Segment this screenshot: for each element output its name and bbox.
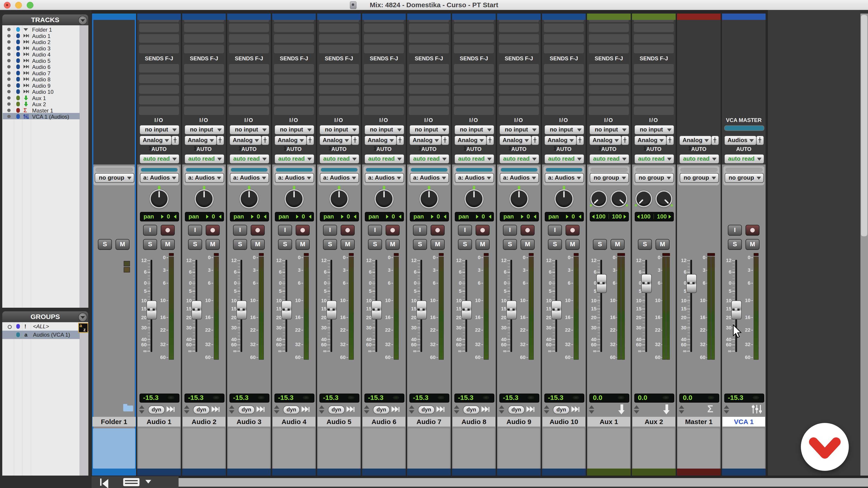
fader-handle[interactable] <box>147 300 157 320</box>
input-selector[interactable]: no input <box>364 125 404 135</box>
send-slot[interactable] <box>544 45 584 53</box>
dyn-button[interactable]: dyn <box>373 405 390 414</box>
automation-mode-selector[interactable]: auto read <box>679 154 719 164</box>
send-slot[interactable] <box>364 85 404 94</box>
track-show-dot[interactable] <box>7 65 11 68</box>
solo-button[interactable]: S <box>458 239 472 250</box>
output-selector[interactable]: Analog 1-2 <box>274 135 307 145</box>
fader-handle[interactable] <box>281 300 292 320</box>
input-selector[interactable]: no input <box>499 125 539 135</box>
automation-mode-selector[interactable]: auto read <box>319 154 360 164</box>
group-selector[interactable]: no group <box>680 173 719 183</box>
track-name-plate[interactable]: Audio 2 <box>183 417 225 427</box>
mute-button[interactable]: M <box>745 239 760 250</box>
track-name-plate[interactable]: Aux 1 <box>587 417 630 427</box>
volume-readout[interactable]: 0.0 <box>679 394 719 402</box>
group-selector[interactable]: no group <box>95 173 134 183</box>
mute-button[interactable]: M <box>611 239 625 250</box>
pan-display[interactable]: 100100 <box>635 212 674 221</box>
group-selector[interactable]: a: Audios <box>275 173 314 183</box>
send-slot[interactable] <box>544 24 584 32</box>
solo-button[interactable]: S <box>323 239 337 250</box>
solo-button[interactable]: S <box>143 239 157 250</box>
send-slot[interactable] <box>319 74 359 83</box>
comments-area[interactable] <box>408 428 450 468</box>
track-name-plate[interactable]: Audio 6 <box>363 417 405 427</box>
clip-led[interactable] <box>304 253 309 256</box>
send-slot[interactable] <box>499 64 539 72</box>
send-slot[interactable] <box>139 20 179 22</box>
track-show-dot[interactable] <box>7 115 11 118</box>
record-enable-button[interactable] <box>251 225 265 236</box>
pan-display[interactable]: pan0 <box>545 212 584 221</box>
track-name-plate[interactable]: Master 1 <box>677 417 720 427</box>
send-slot[interactable] <box>409 96 449 104</box>
mute-button[interactable]: M <box>251 239 265 250</box>
input-monitor-button[interactable]: I <box>143 225 157 236</box>
comments-area[interactable] <box>273 428 315 468</box>
tracks-collapse-button[interactable] <box>78 16 87 25</box>
output-selector[interactable]: Analog 1-2 <box>319 135 352 145</box>
send-slot[interactable] <box>364 45 404 53</box>
groups-list-item[interactable]: aAudios (VCA 1) <box>2 331 80 339</box>
track-height-arrows[interactable] <box>364 405 370 414</box>
output-selector[interactable]: Analog 1-2 <box>409 135 442 145</box>
dyn-button[interactable]: dyn <box>283 405 300 414</box>
mute-button[interactable]: M <box>475 239 490 250</box>
automation-mode-selector[interactable]: auto read <box>229 154 270 164</box>
tracks-list-item[interactable]: Audio 6 <box>2 64 80 70</box>
output-window-button[interactable] <box>441 135 449 145</box>
send-slot[interactable] <box>454 34 494 43</box>
send-slot[interactable] <box>409 45 449 53</box>
send-slot[interactable] <box>229 74 269 83</box>
fader-track[interactable] <box>600 260 602 352</box>
input-monitor-button[interactable]: I <box>413 225 427 236</box>
send-slot[interactable] <box>454 24 494 32</box>
input-selector[interactable]: no input <box>544 125 584 135</box>
input-monitor-button[interactable]: I <box>323 225 337 236</box>
solo-button[interactable]: S <box>233 239 247 250</box>
vertical-scrollbar-thumb[interactable] <box>861 15 867 236</box>
track-height-arrows[interactable] <box>499 405 505 414</box>
vca-assignment-bar[interactable] <box>724 125 764 131</box>
send-slot[interactable] <box>454 20 494 22</box>
track-show-dot[interactable] <box>7 90 11 93</box>
send-slot[interactable] <box>544 64 584 72</box>
input-selector[interactable]: no input <box>319 125 360 135</box>
track-height-arrows[interactable] <box>679 405 685 414</box>
dyn-button[interactable]: dyn <box>148 405 165 414</box>
tracks-list-item[interactable]: ΣMaster 1 <box>2 107 80 113</box>
output-window-button[interactable] <box>306 135 314 145</box>
send-slot[interactable] <box>274 20 314 22</box>
fader-track[interactable] <box>690 260 692 352</box>
automation-mode-selector[interactable]: auto read <box>724 154 764 164</box>
send-slot[interactable] <box>454 45 494 53</box>
send-slot[interactable] <box>319 106 359 115</box>
tracks-list-item[interactable]: Audio 10 <box>2 89 80 95</box>
volume-readout[interactable]: -15.3 <box>140 394 180 402</box>
record-enable-button[interactable] <box>341 225 355 236</box>
send-slot[interactable] <box>139 24 179 32</box>
send-slot[interactable] <box>634 34 674 43</box>
send-slot[interactable] <box>139 106 179 115</box>
automation-mode-selector[interactable]: auto read <box>274 154 314 164</box>
track-name-plate[interactable]: Audio 1 <box>138 417 180 427</box>
automation-mode-selector[interactable]: auto read <box>589 154 629 164</box>
output-window-button[interactable] <box>531 135 539 145</box>
dyn-button[interactable]: dyn <box>553 405 569 414</box>
track-show-dot[interactable] <box>7 59 11 62</box>
tracks-scrollbar[interactable] <box>80 25 88 308</box>
comments-area[interactable] <box>93 428 135 468</box>
send-slot[interactable] <box>409 106 449 115</box>
track-show-dot[interactable] <box>7 102 11 106</box>
clip-led[interactable] <box>617 253 625 256</box>
track-name-plate[interactable]: Aux 2 <box>632 417 675 427</box>
output-selector[interactable]: Analog 1-2 <box>364 135 397 145</box>
pan-knob[interactable] <box>510 191 527 207</box>
output-window-button[interactable] <box>351 135 359 145</box>
output-window-button[interactable] <box>216 135 224 145</box>
track-show-dot[interactable] <box>7 96 11 100</box>
send-slot[interactable] <box>229 106 269 115</box>
clip-led[interactable] <box>484 253 489 256</box>
pan-knob[interactable] <box>637 192 651 206</box>
